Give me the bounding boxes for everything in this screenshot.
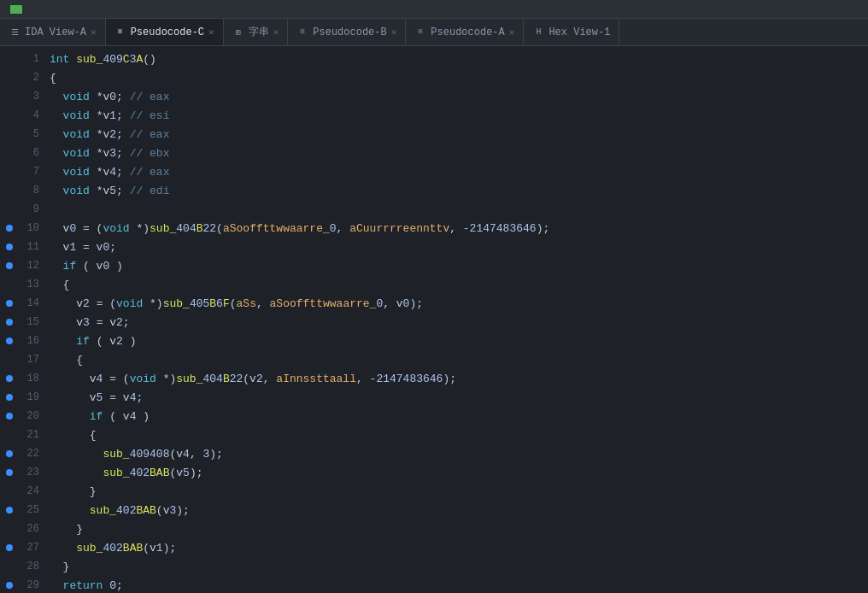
code-line: 29 return 0; <box>0 576 868 593</box>
line-content: v4 = (void *)sub_404B22(v2, aInnssttaall… <box>46 373 868 385</box>
line-number: 27 <box>19 542 46 554</box>
line-content: { <box>46 354 868 367</box>
line-dot <box>0 507 19 514</box>
line-number: 6 <box>19 147 46 159</box>
tab-label-ida-view-a: IDA View-A <box>25 26 86 38</box>
breakpoint-dot[interactable] <box>6 262 13 269</box>
line-content: void *v5; // edi <box>46 185 868 197</box>
line-content: v5 = v4; <box>46 391 868 404</box>
breakpoint-dot[interactable] <box>6 507 13 514</box>
code-line: 24 } <box>0 482 868 501</box>
tab-pseudocode-c[interactable]: ≡Pseudocode-C✕ <box>106 19 224 45</box>
line-number: 24 <box>19 485 46 497</box>
code-line: 23 sub_402BAB(v5); <box>0 463 868 482</box>
tab-close-pseudocode-c[interactable]: ✕ <box>208 26 214 38</box>
tab-close-pseudocode-a[interactable]: ✕ <box>509 26 515 38</box>
line-number: 17 <box>19 354 46 366</box>
breakpoint-dot[interactable] <box>6 300 13 307</box>
code-line: 11 v1 = v0; <box>0 238 868 256</box>
tab-pseudocode-a[interactable]: ≡Pseudocode-A✕ <box>406 19 524 45</box>
line-number: 29 <box>19 579 46 591</box>
line-number: 23 <box>19 467 46 479</box>
line-number: 22 <box>19 448 46 460</box>
line-number: 20 <box>19 410 46 422</box>
code-line: 25 sub_402BAB(v3); <box>0 501 868 520</box>
code-line: 21 { <box>0 426 868 444</box>
line-content: if ( v2 ) <box>46 335 868 348</box>
code-line: 1int sub_409C3A() <box>0 50 868 68</box>
code-line: 14 v2 = (void *)sub_405B6F(aSs, aSoofftt… <box>0 294 868 313</box>
tab-bar: ☰IDA View-A✕≡Pseudocode-C✕⊞字串✕≡Pseudocod… <box>0 19 868 46</box>
breakpoint-dot[interactable] <box>6 225 13 232</box>
code-line: 13 { <box>0 275 868 294</box>
tab-ida-view-a[interactable]: ☰IDA View-A✕ <box>0 19 106 45</box>
line-dot <box>0 319 19 326</box>
line-dot <box>0 338 19 344</box>
code-line: 12 if ( v0 ) <box>0 256 868 275</box>
line-dot <box>0 394 19 401</box>
breakpoint-dot[interactable] <box>6 338 13 344</box>
line-content: if ( v4 ) <box>46 410 868 423</box>
code-line: 26 } <box>0 520 868 538</box>
line-content: v1 = v0; <box>46 241 868 254</box>
line-content: v0 = (void *)sub_404B22(aSooffttwwaarre_… <box>46 222 868 235</box>
line-content: int sub_409C3A() <box>46 53 868 66</box>
line-content: v2 = (void *)sub_405B6F(aSs, aSooffttwwa… <box>46 297 868 310</box>
line-content: } <box>46 561 868 573</box>
line-number: 15 <box>19 316 46 328</box>
breakpoint-dot[interactable] <box>6 544 13 551</box>
tab-icon-pseudocode-a: ≡ <box>414 26 426 38</box>
line-content: if ( v0 ) <box>46 260 868 273</box>
code-line: 7 void *v4; // eax <box>0 162 868 181</box>
line-dot <box>0 262 19 269</box>
line-content: sub_402BAB(v3); <box>46 504 868 517</box>
line-number: 5 <box>19 128 46 140</box>
line-number: 13 <box>19 279 46 291</box>
line-number: 25 <box>19 504 46 516</box>
code-line: 15 v3 = v2; <box>0 313 868 332</box>
line-number: 28 <box>19 561 46 572</box>
code-line: 2{ <box>0 68 868 87</box>
line-content: void *v1; // esi <box>46 109 868 122</box>
tab-pseudocode-b[interactable]: ≡Pseudocode-B✕ <box>288 19 406 45</box>
tab-close-tab3[interactable]: ✕ <box>273 26 279 38</box>
line-content: return 0; <box>46 579 868 592</box>
breakpoint-dot[interactable] <box>6 413 13 420</box>
breakpoint-dot[interactable] <box>6 469 13 476</box>
tab-close-pseudocode-b[interactable]: ✕ <box>391 26 397 38</box>
line-content: } <box>46 523 868 536</box>
tab-tab3[interactable]: ⊞字串✕ <box>224 19 289 45</box>
code-line: 9 <box>0 200 868 219</box>
line-content: v3 = v2; <box>46 316 868 329</box>
breakpoint-dot[interactable] <box>6 375 13 382</box>
tab-hex-view-1[interactable]: HHex View-1 <box>524 19 619 45</box>
code-area[interactable]: 1int sub_409C3A()2{3 void *v0; // eax4 v… <box>0 46 868 593</box>
line-number: 21 <box>19 429 46 441</box>
tab-label-pseudocode-a: Pseudocode-A <box>431 26 504 38</box>
line-number: 19 <box>19 391 46 403</box>
line-number: 8 <box>19 185 46 197</box>
breakpoint-dot[interactable] <box>6 319 13 326</box>
breakpoint-dot[interactable] <box>6 394 13 401</box>
line-dot <box>0 450 19 457</box>
line-dot <box>0 413 19 420</box>
tab-icon-ida-view-a: ☰ <box>9 26 21 38</box>
code-line: 4 void *v1; // esi <box>0 106 868 125</box>
line-number: 16 <box>19 335 46 347</box>
line-content: sub_402BAB(v1); <box>46 542 868 555</box>
tab-close-ida-view-a[interactable]: ✕ <box>91 26 97 38</box>
line-content: { <box>46 279 868 291</box>
code-line: 17 { <box>0 350 868 369</box>
code-line: 28 } <box>0 557 868 576</box>
breakpoint-dot[interactable] <box>6 582 13 589</box>
tab-label-hex-view-1: Hex View-1 <box>548 26 610 38</box>
tab-icon-pseudocode-b: ≡ <box>296 26 308 38</box>
line-number: 12 <box>19 260 46 272</box>
code-line: 19 v5 = v4; <box>0 388 868 407</box>
code-line: 6 void *v3; // ebx <box>0 144 868 162</box>
line-number: 18 <box>19 373 46 385</box>
breakpoint-dot[interactable] <box>6 450 13 457</box>
code-line: 5 void *v2; // eax <box>0 125 868 144</box>
breakpoint-dot[interactable] <box>6 244 13 250</box>
code-line: 22 sub_409408(v4, 3); <box>0 444 868 463</box>
